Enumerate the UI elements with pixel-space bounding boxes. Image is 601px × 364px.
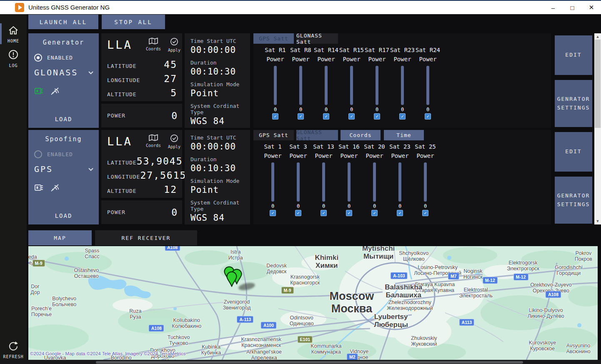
horizontal-scrollbar[interactable] [0, 360, 601, 364]
power-slider[interactable] [373, 162, 376, 202]
power-value: 0 [274, 107, 277, 112]
altitude-value[interactable]: 5 [170, 87, 177, 98]
satellite-power-label: Power [289, 152, 307, 159]
horizontal-scrollbar-thumb[interactable] [96, 361, 523, 364]
enabled-label: ENABLED [47, 151, 73, 157]
latitude-label: LATITUDE [107, 160, 137, 166]
tab-glonass-satt[interactable]: GLONASS Satt [296, 33, 338, 44]
power-slider[interactable] [376, 66, 378, 105]
map-city-label: Likino-DulyovoЛикино-Дулёво [528, 307, 564, 319]
generator-system-select[interactable]: GLONASS [34, 67, 94, 77]
power-checkbox[interactable] [397, 210, 403, 216]
sim-mode-value[interactable]: Point [190, 88, 247, 98]
longitude-value[interactable]: 27,5615 [140, 170, 186, 181]
power-checkbox[interactable] [298, 113, 304, 120]
power-checkbox[interactable] [321, 210, 327, 216]
satellite-power-label: Power [340, 152, 358, 159]
generator-edit-button[interactable]: EDIT [555, 35, 592, 75]
tab-glonass-satt[interactable]: GLONASS Satt [296, 130, 338, 140]
power-checkbox[interactable] [425, 113, 431, 120]
power-slider[interactable] [325, 66, 328, 105]
chip-icon [34, 87, 44, 95]
power-checkbox[interactable] [346, 210, 352, 216]
power-slider[interactable] [271, 162, 274, 202]
altitude-value[interactable]: 12 [164, 184, 177, 195]
power-slider[interactable] [401, 66, 404, 105]
sidebar-item-log[interactable]: LOG [0, 49, 27, 68]
latitude-value[interactable]: 45 [164, 59, 177, 70]
tab-gps-satt[interactable]: GPS Satt [253, 130, 294, 140]
coord-type-value[interactable]: WGS 84 [190, 213, 247, 223]
longitude-value[interactable]: 27 [164, 73, 177, 84]
map-view[interactable]: IstraИстраDedovskДедовскKrasnogorskКрасн… [28, 246, 598, 360]
power-slider[interactable] [299, 66, 302, 105]
power-checkbox[interactable] [399, 113, 406, 120]
power-value[interactable]: 0 [171, 110, 177, 121]
power-checkbox[interactable] [371, 210, 378, 216]
spoofing-enabled-radio[interactable]: ENABLED [34, 150, 73, 158]
tab-map[interactable]: MAP [28, 230, 92, 245]
coords-button[interactable]: Coords [144, 37, 163, 51]
apply-button[interactable]: Apply [165, 134, 184, 149]
vertical-scrollbar-thumb[interactable] [595, 40, 601, 128]
apply-button[interactable]: Apply [165, 37, 184, 52]
generator-title: Generator [28, 39, 99, 46]
generator-enabled-radio[interactable]: ENABLED [34, 54, 73, 62]
power-checkbox[interactable] [422, 210, 428, 216]
coords-button[interactable]: Coords [144, 134, 163, 148]
sidebar-item-refresh[interactable]: REFRESH [0, 340, 27, 359]
duration-value[interactable]: 00:10:30 [190, 163, 247, 173]
vertical-scrollbar[interactable]: ▲ ▼ [594, 33, 601, 224]
power-slider[interactable] [398, 162, 401, 202]
latitude-value[interactable]: 53,9045 [137, 156, 183, 167]
generator-load-button[interactable]: LOAD [28, 116, 99, 122]
satellite-power-label: Power [416, 152, 434, 159]
tab-gps-satt[interactable]: GPS Satt [253, 33, 294, 44]
map-city-label: KrasnogorskКрасногорск [290, 274, 320, 286]
power-checkbox[interactable] [270, 210, 276, 216]
spoofing-load-button[interactable]: LOAD [28, 212, 99, 219]
coords-tab-button[interactable]: Coords [341, 130, 381, 140]
map-marker-pin[interactable] [226, 271, 237, 289]
power-value: 0 [398, 203, 401, 209]
generator-settings-button[interactable]: GENRATOR SETTINGS [555, 80, 592, 127]
scroll-up-arrow[interactable]: ▲ [594, 33, 601, 40]
power-checkbox[interactable] [295, 210, 301, 216]
power-checkbox[interactable] [272, 113, 278, 120]
power-slider[interactable] [322, 162, 325, 202]
power-slider[interactable] [426, 66, 429, 105]
map-city-label: OstashevoОсташево [74, 267, 99, 279]
power-slider[interactable] [424, 162, 427, 202]
close-button[interactable]: ✕ [582, 1, 601, 14]
power-value: 0 [350, 107, 353, 112]
map-city-label: PokrovПокров [575, 250, 592, 262]
spoofing-settings-button[interactable]: GENRATOR SETTINGS [555, 177, 592, 224]
sidebar-item-home[interactable]: HOME [0, 25, 27, 43]
power-slider[interactable] [348, 162, 351, 202]
spoofing-edit-button[interactable]: EDIT [555, 132, 592, 172]
power-slider[interactable] [274, 66, 277, 105]
maximize-button[interactable]: □ [563, 1, 582, 14]
duration-value[interactable]: 00:10:30 [190, 67, 247, 77]
power-checkbox[interactable] [348, 113, 355, 120]
time-start-value[interactable]: 00:00:00 [190, 142, 247, 152]
power-slider[interactable] [350, 66, 353, 105]
launch-all-button[interactable]: LAUNCH ALL [28, 15, 98, 29]
scroll-down-arrow[interactable]: ▼ [594, 218, 601, 224]
spoofing-system-select[interactable]: GPS [34, 164, 94, 174]
stop-all-button[interactable]: STOP ALL [102, 15, 165, 29]
tab-ref-receiver[interactable]: REF RECEIVER [95, 230, 197, 245]
time-tab-button[interactable]: Time [384, 130, 424, 140]
power-value[interactable]: 0 [171, 207, 177, 218]
duration-label: Duration [190, 60, 247, 66]
coord-type-value[interactable]: WGS 84 [190, 116, 247, 126]
time-start-value[interactable]: 00:00:00 [190, 45, 247, 55]
minimize-button[interactable]: – [543, 1, 563, 14]
power-checkbox[interactable] [323, 113, 329, 120]
map-city-label: MoscowМосква [330, 290, 374, 315]
log-icon [8, 49, 19, 60]
sim-mode-value[interactable]: Point [190, 185, 247, 195]
power-slider[interactable] [297, 162, 300, 202]
satellite-columns: Sat 1Power0Sat 3Power0Sat 13Power0Sat 16… [260, 143, 438, 216]
power-checkbox[interactable] [374, 113, 380, 120]
